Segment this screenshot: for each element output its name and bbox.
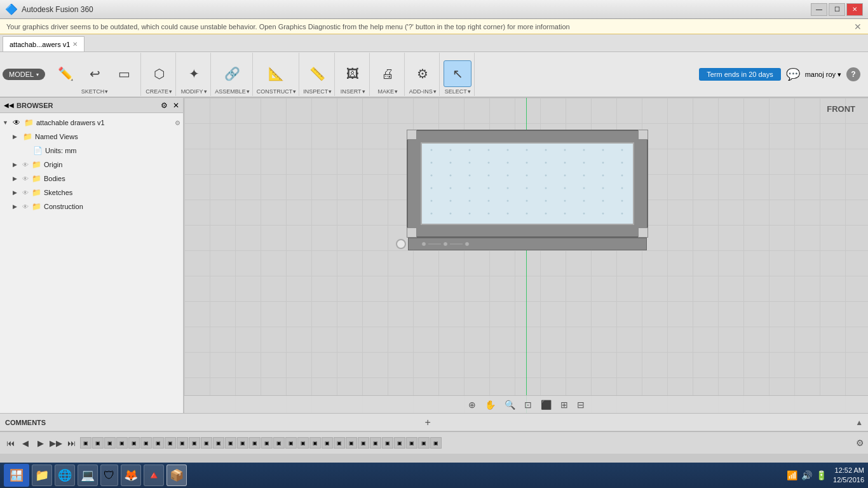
browser-settings-icon[interactable]: ⚙ — [161, 101, 168, 110]
sketch-shape-button[interactable]: ▭ — [110, 60, 138, 87]
view-cube-icon[interactable]: ⬛ — [538, 398, 554, 411]
maximize-button[interactable]: ☐ — [829, 3, 845, 16]
taskbar-fusion[interactable]: 📦 — [166, 464, 187, 486]
expander-construction[interactable]: ▶ — [13, 203, 20, 210]
tree-item-sketches[interactable]: ▶ 👁 📁 Sketches — [0, 186, 183, 200]
create-label[interactable]: CREATE ▾ — [146, 88, 172, 95]
tab-main[interactable]: attachab...awers v1 ✕ — [3, 36, 85, 51]
anim-next-button[interactable]: ▶▶ — [50, 437, 62, 449]
start-button[interactable]: 🪟 — [4, 464, 29, 487]
tree-settings-icon-root[interactable]: ⚙ — [175, 119, 180, 126]
anim-frame-22[interactable]: ▣ — [334, 437, 345, 449]
anim-prev-button[interactable]: ◀ — [19, 437, 32, 449]
construct-button[interactable]: 📐 — [262, 60, 290, 87]
taskbar-antivirus[interactable]: 🛡 — [100, 464, 118, 486]
browser-close-icon[interactable]: ✕ — [173, 101, 179, 110]
anim-frame-11[interactable]: ▣ — [201, 437, 212, 449]
anim-end-button[interactable]: ⏭ — [65, 437, 78, 449]
anim-frame-16[interactable]: ▣ — [261, 437, 273, 449]
undo-button[interactable]: ↩ — [81, 60, 109, 87]
tree-item-origin[interactable]: ▶ 👁 📁 Origin — [0, 158, 183, 172]
make-button[interactable]: 🖨 — [374, 60, 402, 87]
anim-frame-7[interactable]: ▣ — [153, 437, 164, 449]
anim-play-button[interactable]: ▶ — [34, 437, 47, 449]
addins-label[interactable]: ADD-INS ▾ — [409, 88, 437, 95]
make-label[interactable]: MAKE ▾ — [377, 88, 398, 95]
anim-frame-5[interactable]: ▣ — [128, 437, 140, 449]
model-selector[interactable]: MODEL ▾ — [3, 69, 45, 80]
anim-frame-27[interactable]: ▣ — [394, 437, 405, 449]
expander-root[interactable]: ▼ — [3, 119, 10, 126]
anim-frame-4[interactable]: ▣ — [116, 437, 128, 449]
anim-frame-14[interactable]: ▣ — [237, 437, 248, 449]
anim-frame-9[interactable]: ▣ — [177, 437, 188, 449]
trial-badge[interactable]: Term ends in 20 days — [699, 68, 781, 81]
anim-frame-23[interactable]: ▣ — [346, 437, 357, 449]
eye-icon-origin[interactable]: 👁 — [22, 161, 29, 168]
tab-close-icon[interactable]: ✕ — [72, 41, 78, 48]
orbit-icon[interactable]: ⊕ — [466, 398, 478, 411]
anim-frame-21[interactable]: ▣ — [322, 437, 333, 449]
eye-icon-bodies[interactable]: 👁 — [22, 175, 29, 182]
inspect-button[interactable]: 📏 — [304, 60, 332, 87]
anim-frame-20[interactable]: ▣ — [309, 437, 321, 449]
insert-label[interactable]: INSERT ▾ — [341, 88, 365, 95]
expander-origin[interactable]: ▶ — [13, 161, 20, 168]
zoom-icon[interactable]: 🔍 — [502, 398, 518, 411]
anim-frame-15[interactable]: ▣ — [249, 437, 261, 449]
addins-button[interactable]: ⚙ — [409, 60, 437, 87]
tree-item-bodies[interactable]: ▶ 👁 📁 Bodies — [0, 172, 183, 186]
anim-frame-28[interactable]: ▣ — [406, 437, 417, 449]
taskbar-flash[interactable]: 🔺 — [144, 464, 164, 486]
chat-icon[interactable]: 💬 — [786, 67, 800, 81]
eye-icon-root[interactable]: 👁 — [13, 118, 20, 127]
construct-label[interactable]: CONSTRUCT ▾ — [257, 88, 297, 95]
insert-button[interactable]: 🖼 — [339, 60, 367, 87]
anim-frame-24[interactable]: ▣ — [358, 437, 369, 449]
viewport[interactable]: FRONT — [184, 98, 868, 413]
anim-frame-12[interactable]: ▣ — [213, 437, 224, 449]
help-button[interactable]: ? — [846, 67, 860, 81]
tree-item-named-views[interactable]: ▶ 📁 Named Views — [0, 130, 183, 144]
inspect-label[interactable]: INSPECT ▾ — [303, 88, 332, 95]
add-comment-icon[interactable]: + — [424, 417, 430, 428]
tree-item-construction[interactable]: ▶ 👁 📁 Construction — [0, 200, 183, 214]
anim-frame-19[interactable]: ▣ — [297, 437, 309, 449]
taskbar-time-area[interactable]: 12:52 AM 12/5/2016 — [833, 466, 864, 485]
expander-named-views[interactable]: ▶ — [13, 133, 20, 140]
pan-icon[interactable]: ✋ — [482, 398, 498, 411]
grid-toggle-icon[interactable]: ⊞ — [558, 398, 571, 411]
warning-close-icon[interactable]: ✕ — [854, 22, 862, 32]
fit-icon[interactable]: ⊡ — [522, 398, 534, 411]
select-button[interactable]: ↖ — [444, 60, 471, 87]
anim-frame-26[interactable]: ▣ — [382, 437, 393, 449]
minimize-button[interactable]: — — [811, 3, 827, 16]
anim-start-button[interactable]: ⏮ — [4, 437, 17, 449]
modify-label[interactable]: MODIFY ▾ — [181, 88, 207, 95]
modify-button[interactable]: ✦ — [180, 60, 208, 87]
expander-bodies[interactable]: ▶ — [13, 175, 20, 182]
anim-frame-8[interactable]: ▣ — [165, 437, 176, 449]
anim-frame-30[interactable]: ▣ — [430, 437, 442, 449]
assemble-label[interactable]: ASSEMBLE ▾ — [215, 88, 250, 95]
anim-frame-17[interactable]: ▣ — [273, 437, 285, 449]
browser-collapse-icon[interactable]: ◀◀ — [4, 102, 14, 109]
taskbar-computer[interactable]: 💻 — [78, 464, 98, 486]
collapse-panel-icon[interactable]: ▲ — [855, 418, 863, 427]
volume-icon[interactable]: 🔊 — [801, 470, 812, 480]
anim-frame-2[interactable]: ▣ — [92, 437, 104, 449]
select-label[interactable]: SELECT ▾ — [445, 88, 471, 95]
network-icon[interactable]: 📶 — [787, 470, 797, 480]
anim-frame-25[interactable]: ▣ — [370, 437, 381, 449]
anim-frame-29[interactable]: ▣ — [418, 437, 430, 449]
anim-frame-1[interactable]: ▣ — [80, 437, 92, 449]
expander-sketches[interactable]: ▶ — [13, 189, 20, 196]
create-button[interactable]: ⬡ — [145, 60, 173, 87]
assemble-button[interactable]: 🔗 — [218, 60, 246, 87]
anim-frame-3[interactable]: ▣ — [104, 437, 116, 449]
user-menu[interactable]: manoj roy ▾ — [805, 71, 841, 79]
anim-frame-10[interactable]: ▣ — [189, 437, 200, 449]
taskbar-firefox[interactable]: 🦊 — [121, 464, 141, 486]
tree-item-root[interactable]: ▼ 👁 📁 attachable drawers v1 ⚙ — [0, 116, 183, 130]
anim-frame-18[interactable]: ▣ — [285, 437, 297, 449]
